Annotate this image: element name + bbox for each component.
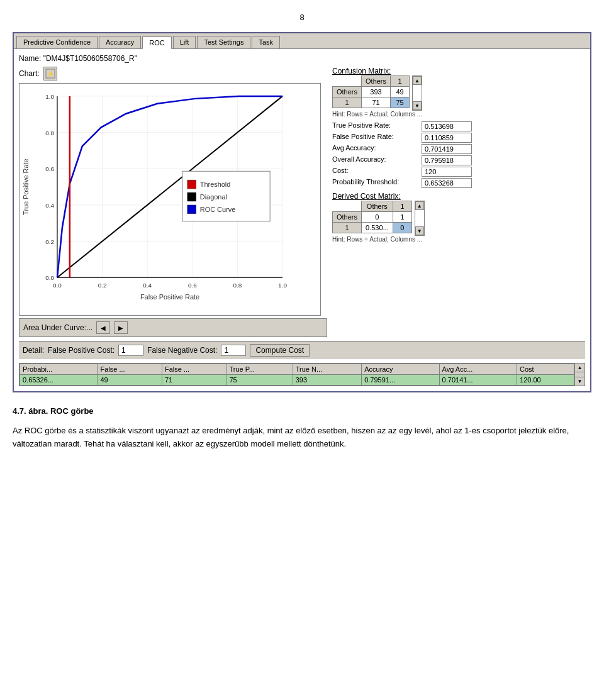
- compute-cost-button[interactable]: Compute Cost: [250, 344, 310, 357]
- svg-text:True Positive Rate: True Positive Rate: [22, 158, 30, 215]
- tab-predictive-confidence[interactable]: Predictive Confidence: [16, 36, 98, 48]
- svg-rect-36: [187, 192, 196, 201]
- col-header-probabi: Probabi...: [20, 364, 98, 375]
- cell-truen: 393: [293, 375, 362, 386]
- cell-accuracy: 0.79591...: [362, 375, 439, 386]
- col-header-truen: True N...: [293, 364, 362, 375]
- caption-body: Az ROC görbe és a statisztikák viszont u…: [13, 425, 591, 451]
- col-header-avgacc: Avg Acc...: [439, 364, 517, 375]
- svg-rect-38: [187, 205, 196, 214]
- auc-row: Area Under Curve:... ◀ ▶: [19, 318, 327, 337]
- tab-task[interactable]: Task: [252, 36, 280, 48]
- chart-label-row: Chart: ⚡: [19, 67, 327, 81]
- tab-bar: Predictive Confidence Accuracy ROC Lift …: [14, 33, 590, 49]
- fnc-input[interactable]: [221, 345, 246, 356]
- stats-grid: True Positive Rate: 0.513698 False Posit…: [332, 121, 585, 188]
- fpc-input[interactable]: [118, 345, 143, 356]
- main-row: Chart: ⚡: [19, 67, 585, 337]
- cell-false1: 49: [98, 375, 162, 386]
- right-panel: Confusion Matrix: Others 1 Others 393: [332, 67, 585, 337]
- derived-cost-matrix-wrapper: Others 1 Others 0 1 1 0.530...: [332, 201, 585, 236]
- svg-rect-2: [20, 84, 320, 315]
- svg-text:0.4: 0.4: [45, 202, 54, 209]
- data-table: Probabi... False ... False ... True P...…: [20, 364, 574, 386]
- next-btn[interactable]: ▶: [114, 321, 128, 334]
- overall-acc-label: Overall Accuracy:: [332, 155, 420, 165]
- col-header-truep: True P...: [226, 364, 293, 375]
- fnc-label: False Negative Cost:: [147, 346, 217, 355]
- chart-label: Chart:: [19, 69, 40, 78]
- table-scroll-down[interactable]: ▼: [575, 377, 584, 386]
- tab-accuracy[interactable]: Accuracy: [99, 36, 141, 48]
- confusion-matrix-section: Confusion Matrix: Others 1 Others 393: [332, 67, 585, 118]
- svg-text:⚡: ⚡: [47, 70, 55, 78]
- derived-cost-table: Others 1 Others 0 1 1 0.530...: [332, 201, 412, 233]
- scroll-down-btn[interactable]: ▼: [413, 101, 422, 110]
- content-area: Name: "DM4J$T105060558706_R" Chart: ⚡: [14, 49, 590, 391]
- scroll-up-btn[interactable]: ▲: [413, 76, 422, 85]
- confusion-matrix-table: Others 1 Others 393 49 1 71: [332, 75, 410, 108]
- svg-text:0.4: 0.4: [143, 282, 152, 289]
- tpr-value: 0.513698: [422, 121, 472, 131]
- derived-cost-hint: Hint: Rows = Actual; Columns ...: [332, 236, 585, 243]
- avg-acc-value: 0.701419: [422, 144, 472, 154]
- prev-btn[interactable]: ◀: [96, 321, 110, 334]
- col-header-accuracy: Accuracy: [362, 364, 439, 375]
- col-header-cost: Cost: [517, 364, 574, 375]
- derived-scroll-down-btn[interactable]: ▼: [415, 226, 424, 235]
- svg-text:0.2: 0.2: [98, 282, 107, 289]
- name-value: "DM4J$T105060558706_R": [43, 54, 137, 63]
- cell-probabi: 0.65326...: [20, 375, 98, 386]
- derived-cost-matrix-section: Derived Cost Matrix: Others 1 Others 0: [332, 192, 585, 243]
- table-scrollbar[interactable]: ▲ ▼: [574, 364, 584, 386]
- col-header-false2: False ...: [162, 364, 226, 375]
- confusion-matrix-wrapper: Others 1 Others 393 49 1 71: [332, 75, 585, 111]
- roc-chart: 1.0 0.8 0.6 0.4 0.2 0.0 0.0 0.2 0.4 0.6 …: [19, 83, 321, 316]
- cost-label: Cost:: [332, 167, 420, 177]
- fpc-label: False Positive Cost:: [48, 346, 115, 355]
- cell-cost: 120.00: [517, 375, 574, 386]
- tab-test-settings[interactable]: Test Settings: [197, 36, 250, 48]
- tab-lift[interactable]: Lift: [173, 36, 196, 48]
- svg-rect-34: [187, 180, 196, 189]
- name-row: Name: "DM4J$T105060558706_R": [19, 54, 585, 63]
- cell-avgacc: 0.70141...: [439, 375, 517, 386]
- tpr-label: True Positive Rate:: [332, 121, 420, 131]
- data-table-wrapper: Probabi... False ... False ... True P...…: [19, 363, 585, 386]
- auc-label: Area Under Curve:...: [23, 323, 92, 332]
- chart-icon-btn[interactable]: ⚡: [43, 67, 57, 81]
- figure-label: 4.7. ábra. ROC görbe: [13, 406, 94, 416]
- fpr-label: False Positive Rate:: [332, 133, 420, 143]
- table-row: 0.65326... 49 71 75 393 0.79591... 0.701…: [20, 375, 574, 386]
- chart-panel: Chart: ⚡: [19, 67, 327, 337]
- prob-threshold-label: Probability Threshold:: [332, 178, 420, 188]
- svg-text:1.0: 1.0: [278, 282, 287, 289]
- avg-acc-label: Avg Accuracy:: [332, 144, 420, 154]
- col-header-false1: False ...: [98, 364, 162, 375]
- fpr-value: 0.110859: [422, 133, 472, 143]
- derived-cost-scrollbar[interactable]: ▲ ▼: [415, 201, 425, 236]
- confusion-matrix-scrollbar[interactable]: ▲ ▼: [412, 75, 422, 111]
- cell-false2: 71: [162, 375, 226, 386]
- svg-text:Diagonal: Diagonal: [200, 193, 227, 201]
- detail-label: Detail:: [23, 346, 44, 355]
- confusion-matrix-hint: Hint: Rows = Actual; Columns ...: [332, 111, 585, 118]
- svg-text:0.0: 0.0: [45, 274, 54, 281]
- overall-acc-value: 0.795918: [422, 155, 472, 165]
- svg-text:False Positive Rate: False Positive Rate: [140, 293, 199, 301]
- svg-text:0.8: 0.8: [45, 130, 54, 136]
- tab-roc[interactable]: ROC: [142, 36, 171, 49]
- svg-text:0.2: 0.2: [45, 238, 54, 245]
- detail-row: Detail: False Positive Cost: False Negat…: [19, 341, 585, 359]
- cost-value: 120: [422, 167, 472, 177]
- derived-cost-title: Derived Cost Matrix:: [332, 192, 585, 201]
- svg-text:0.6: 0.6: [45, 165, 54, 172]
- prob-threshold-value: 0.653268: [422, 178, 472, 188]
- svg-text:0.6: 0.6: [188, 282, 197, 289]
- svg-text:ROC Curve: ROC Curve: [200, 206, 236, 213]
- caption: 4.7. ábra. ROC görbe Az ROC görbe és a s…: [13, 405, 591, 450]
- derived-scroll-up-btn[interactable]: ▲: [415, 201, 424, 210]
- page-number: 8: [13, 13, 591, 22]
- table-scroll-up[interactable]: ▲: [575, 364, 584, 372]
- cell-truep: 75: [226, 375, 293, 386]
